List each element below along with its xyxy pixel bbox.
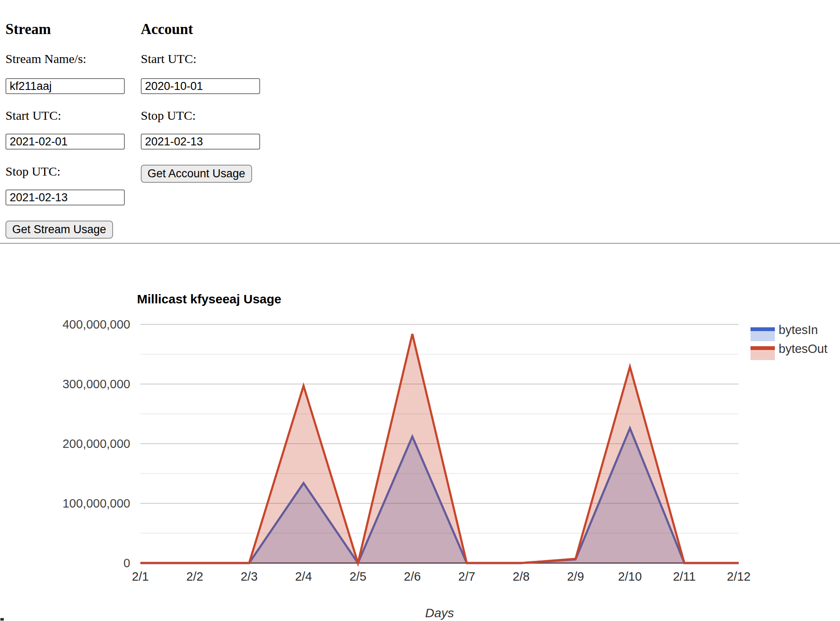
x-tick-label: 2/9 — [567, 570, 584, 583]
stream-start-utc-label: Start UTC: — [5, 108, 61, 123]
account-stop-utc-input[interactable] — [141, 134, 260, 150]
chart-title: Millicast kfyseeaj Usage — [137, 292, 282, 306]
get-account-usage-button[interactable]: Get Account Usage — [141, 165, 252, 183]
legend-label-bytesOut: bytesOut — [779, 342, 827, 355]
y-tick-label: 0 — [124, 556, 130, 570]
x-tick-label: 2/4 — [295, 570, 312, 583]
x-tick-label: 2/2 — [186, 570, 203, 583]
stream-name-label: Stream Name/s: — [5, 52, 86, 66]
legend-swatch-line — [750, 327, 775, 331]
x-tick-label: 2/12 — [727, 570, 750, 583]
x-tick-label: 2/11 — [673, 570, 695, 583]
stream-section: Stream Get Stream Usage Stream Name/s:St… — [5, 21, 136, 256]
x-tick-label: 2/1 — [132, 570, 149, 583]
legend-swatch-line — [750, 346, 775, 350]
usage-chart: Millicast kfyseeaj Usage0100,000,000200,… — [0, 273, 840, 621]
account-start-utc-input[interactable] — [141, 78, 260, 94]
stream-heading: Stream — [5, 21, 51, 38]
x-tick-label: 2/7 — [458, 570, 475, 583]
x-tick-label: 2/10 — [618, 570, 642, 583]
y-tick-label: 200,000,000 — [63, 437, 130, 450]
y-tick-label: 300,000,000 — [63, 377, 130, 391]
get-stream-usage-button[interactable]: Get Stream Usage — [5, 221, 113, 239]
section-divider — [0, 243, 840, 244]
account-section: Account Get Account Usage Start UTC:Stop… — [141, 21, 271, 202]
x-tick-label: 2/8 — [513, 570, 529, 583]
account-stop-utc-label: Stop UTC: — [141, 108, 196, 123]
x-tick-label: 2/5 — [350, 570, 366, 583]
x-tick-label: 2/6 — [404, 570, 421, 583]
legend-swatch-fill — [750, 331, 775, 341]
legend-swatch-fill — [750, 350, 775, 360]
y-tick-label: 400,000,000 — [63, 318, 130, 331]
stream-start-utc-input[interactable] — [5, 134, 125, 150]
x-axis-title: Days — [425, 606, 454, 620]
stream-stop-utc-label: Stop UTC: — [5, 164, 61, 179]
screen-corner-artifact — [0, 618, 4, 621]
account-start-utc-label: Start UTC: — [141, 52, 197, 66]
stream-stop-utc-input[interactable] — [5, 189, 125, 205]
legend-label-bytesIn: bytesIn — [779, 323, 818, 337]
account-heading: Account — [141, 21, 193, 38]
y-tick-label: 100,000,000 — [63, 497, 130, 510]
x-tick-label: 2/3 — [241, 570, 258, 583]
stream-name-input[interactable] — [5, 78, 125, 94]
